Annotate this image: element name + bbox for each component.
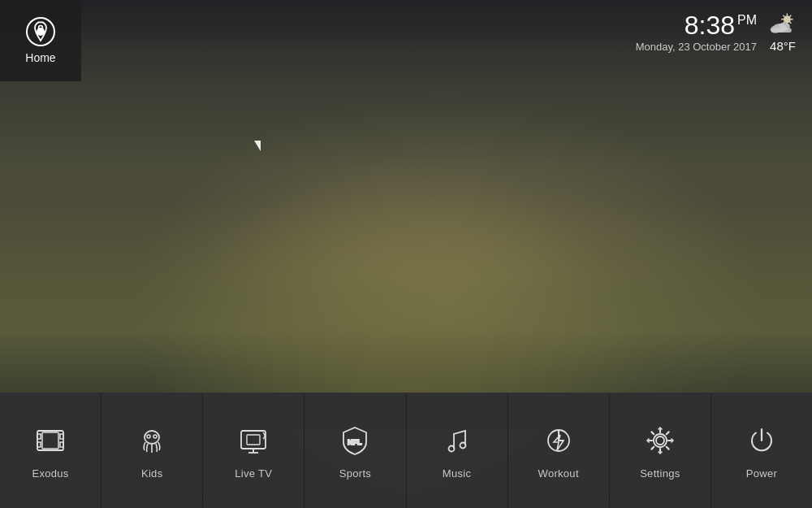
- svg-point-0: [39, 26, 43, 30]
- nav-item-power[interactable]: Power: [711, 393, 812, 508]
- svg-rect-19: [42, 432, 58, 449]
- nav-label-exodus: Exodus: [32, 467, 68, 480]
- svg-point-22: [153, 435, 157, 438]
- date-display: Monday, 23 October 2017: [636, 41, 757, 53]
- nav-label-sports: Sports: [339, 467, 371, 480]
- nav-item-music[interactable]: Music: [407, 393, 508, 508]
- octopus-icon: [133, 422, 171, 459]
- weather-block: 48°F: [768, 11, 797, 53]
- settings-icon: [641, 422, 679, 459]
- nav-item-workout[interactable]: Workout: [508, 393, 610, 508]
- nav-item-exodus[interactable]: Exodus: [0, 393, 102, 508]
- svg-line-6: [783, 15, 784, 17]
- svg-point-31: [656, 436, 664, 445]
- svg-line-8: [789, 15, 791, 17]
- music-icon: [438, 422, 476, 459]
- status-bar: 8:38PM Monday, 23 October 2017: [636, 0, 812, 53]
- nav-item-settings[interactable]: Settings: [610, 393, 711, 508]
- nav-bar: Exodus Kids: [0, 393, 812, 508]
- svg-rect-16: [37, 442, 41, 447]
- svg-rect-17: [60, 434, 63, 439]
- svg-rect-13: [771, 28, 792, 33]
- header: Home 8:38PM Monday, 23 October 2017: [0, 0, 812, 81]
- nav-label-music: Music: [443, 467, 471, 480]
- svg-point-21: [147, 435, 150, 438]
- nav-item-live-tv[interactable]: Live TV: [203, 393, 304, 508]
- workout-icon: [540, 422, 577, 459]
- sports-icon: NFL: [336, 422, 374, 459]
- weather-icon: [768, 11, 797, 37]
- temp-display: 48°F: [770, 39, 796, 53]
- svg-line-7: [789, 22, 791, 24]
- nav-item-sports[interactable]: NFL Sports: [304, 393, 406, 508]
- svg-rect-14: [37, 431, 63, 450]
- live-tv-icon: [235, 422, 272, 459]
- svg-rect-15: [37, 434, 41, 439]
- nav-label-power: Power: [746, 467, 777, 480]
- nav-label-workout: Workout: [538, 467, 579, 480]
- home-button[interactable]: Home: [0, 0, 81, 81]
- svg-rect-24: [247, 435, 260, 445]
- nav-label-settings: Settings: [640, 467, 680, 480]
- svg-text:NFL: NFL: [348, 438, 362, 446]
- nav-label-live-tv: Live TV: [235, 467, 272, 480]
- ampm-value: PM: [737, 13, 757, 27]
- svg-rect-18: [60, 442, 63, 447]
- home-icon: [26, 17, 55, 46]
- film-icon: [32, 422, 69, 459]
- time-value: 8:38: [685, 11, 735, 40]
- home-label: Home: [25, 51, 55, 64]
- power-icon: [743, 422, 780, 459]
- nav-item-kids[interactable]: Kids: [102, 393, 203, 508]
- svg-rect-23: [241, 431, 266, 449]
- nav-label-kids: Kids: [141, 467, 163, 480]
- datetime-block: 8:38PM Monday, 23 October 2017: [636, 12, 757, 53]
- time-display: 8:38PM: [636, 12, 757, 38]
